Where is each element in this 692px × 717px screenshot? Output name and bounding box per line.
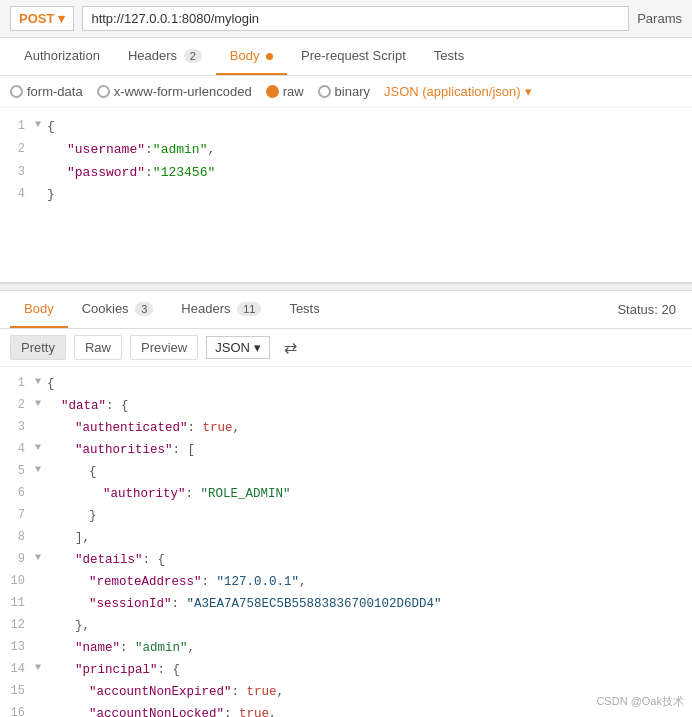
req-line-2: 2 "username":"admin", [0,139,692,162]
resp-line-6: 6"authority": "ROLE_ADMIN" [0,483,692,505]
json-type-dropdown[interactable]: JSON (application/json) ▾ [384,84,532,99]
tab-headers[interactable]: Headers 2 [114,38,216,75]
raw-button[interactable]: Raw [74,335,122,360]
tab-body[interactable]: Body [216,38,287,75]
params-button[interactable]: Params [637,11,682,26]
resp-line-7: 7} [0,505,692,527]
resp-line-3: 3"authenticated": true, [0,417,692,439]
resp-line-1: 1▼{ [0,373,692,395]
headers-badge: 2 [184,49,202,63]
binary-radio[interactable] [318,85,331,98]
form-data-radio[interactable] [10,85,23,98]
pretty-button[interactable]: Pretty [10,335,66,360]
body-dot [266,53,273,60]
tab-resp-headers[interactable]: Headers 11 [167,291,275,328]
form-data-option[interactable]: form-data [10,84,83,99]
tab-resp-body[interactable]: Body [10,291,68,328]
json-chevron-icon: ▾ [525,84,532,99]
json-format-select[interactable]: JSON ▾ [206,336,270,359]
urlencoded-option[interactable]: x-www-form-urlencoded [97,84,252,99]
preview-button[interactable]: Preview [130,335,198,360]
url-input[interactable] [82,6,629,31]
tab-resp-cookies[interactable]: Cookies 3 [68,291,168,328]
resp-line-14: 14▼"principal": { [0,659,692,681]
resp-line-12: 12}, [0,615,692,637]
resp-line-11: 11"sessionId": "A3EA7A758EC5B55883836700… [0,593,692,615]
top-bar: POST ▾ Params [0,0,692,38]
wrap-button[interactable]: ⇄ [284,338,297,357]
response-code-area: 1▼{2▼"data": {3"authenticated": true,4▼"… [0,367,692,717]
resp-line-15: 15"accountNonExpired": true, [0,681,692,703]
tab-tests[interactable]: Tests [420,38,478,75]
resp-line-13: 13"name": "admin", [0,637,692,659]
raw-radio[interactable] [266,85,279,98]
binary-option[interactable]: binary [318,84,370,99]
req-line-4: 4 } [0,184,692,207]
response-tabs-row: Body Cookies 3 Headers 11 Tests Status: … [0,291,692,329]
method-button[interactable]: POST ▾ [10,6,74,31]
resp-line-9: 9▼"details": { [0,549,692,571]
json-format-chevron-icon: ▾ [254,340,261,355]
req-line-3: 3 "password":"123456" [0,162,692,185]
tab-prerequest[interactable]: Pre-request Script [287,38,420,75]
resp-headers-badge: 11 [237,302,261,316]
raw-option[interactable]: raw [266,84,304,99]
resp-line-2: 2▼"data": { [0,395,692,417]
method-label: POST [19,11,54,26]
resp-line-8: 8], [0,527,692,549]
status-info: Status: 20 [617,302,682,317]
method-chevron-icon: ▾ [58,11,65,26]
cookies-badge: 3 [135,302,153,316]
resp-line-4: 4▼"authorities": [ [0,439,692,461]
tab-resp-tests[interactable]: Tests [275,291,333,328]
resp-line-5: 5▼{ [0,461,692,483]
body-options-row: form-data x-www-form-urlencoded raw bina… [0,76,692,108]
request-tabs-row: Authorization Headers 2 Body Pre-request… [0,38,692,76]
resp-line-10: 10"remoteAddress": "127.0.0.1", [0,571,692,593]
resp-format-row: Pretty Raw Preview JSON ▾ ⇄ [0,329,692,367]
section-separator [0,283,692,291]
tab-authorization[interactable]: Authorization [10,38,114,75]
request-code-area: 1 ▼ { 2 "username":"admin", 3 "password"… [0,108,692,283]
resp-line-16: 16"accountNonLocked": true, [0,703,692,717]
urlencoded-radio[interactable] [97,85,110,98]
watermark: CSDN @Oak技术 [596,694,684,709]
req-line-1: 1 ▼ { [0,116,692,139]
